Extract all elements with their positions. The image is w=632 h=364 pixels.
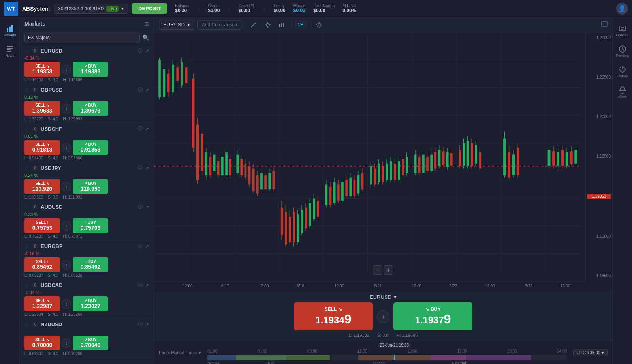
svg-rect-167	[446, 152, 449, 167]
usdjpy-buy-button[interactable]: ↗ BUY 110.950	[73, 179, 108, 194]
audusd-sell-button[interactable]: SELL ↑ 0.75753	[24, 218, 60, 233]
svg-rect-5	[7, 49, 11, 50]
settings-tool-button[interactable]	[314, 20, 325, 30]
eurgbp-spread[interactable]: ↕	[62, 260, 71, 270]
account-selector[interactable]: 30212352-1:100/USD Live ▾	[54, 4, 128, 14]
chart-eurgbp[interactable]: ↗	[145, 244, 149, 249]
chart-symbol-label: EURUSD	[163, 22, 185, 28]
x-label-1200-617: 12:00	[183, 284, 193, 288]
chart-area: EURUSD ▾ Add Comparison 1H	[154, 17, 612, 364]
y-axis: 1.21000 1.20500 1.20000 1.19500 1.19353 …	[585, 32, 612, 281]
svg-rect-159	[430, 154, 433, 171]
live-badge: Live	[106, 6, 119, 12]
chart-audusd[interactable]: ↗	[145, 205, 149, 210]
info-nzdusd[interactable]: ⓘ	[138, 321, 143, 328]
info-gbpusd[interactable]: ⓘ	[138, 86, 143, 93]
buy-label: ↘ BUY	[405, 306, 461, 312]
usdcad-buy-button[interactable]: ↗ BUY 1.23027	[73, 296, 108, 311]
favorite-usdcad[interactable]: ☆	[24, 282, 30, 289]
line-tool-button[interactable]	[248, 20, 259, 30]
chart-gbpusd[interactable]: ↗	[145, 87, 149, 93]
chart-eurusd[interactable]: ↗	[145, 48, 149, 54]
deposit-button[interactable]: DEPOSIT	[132, 3, 167, 14]
usdchf-spread[interactable]: ↕	[62, 143, 71, 152]
instrument-usdjpy: ☆ 0 USDJPY ⓘ ↗ 0.24 % SELL ↘ 110.920 ↕ ↗…	[20, 162, 154, 201]
sidebar-header: Markets ⊞	[20, 17, 154, 30]
nzdusd-buy-button[interactable]: ↗ BUY 0.70040	[73, 336, 108, 350]
gbpusd-buy-button[interactable]: ↗ BUY 1.39673	[73, 101, 108, 116]
eurusd-spread[interactable]: ↕	[62, 65, 71, 74]
trade-symbol-selector[interactable]: EURUSD ▾	[370, 294, 397, 300]
gbpusd-sell-button[interactable]: SELL ↘ 1.39633	[24, 101, 60, 116]
bar-chart-tool-button[interactable]	[276, 20, 288, 30]
usdjpy-spread[interactable]: ↕	[62, 182, 71, 191]
usdchf-buy-button[interactable]: ↗ BUY 0.91853	[73, 140, 108, 155]
chart-symbol-selector[interactable]: EURUSD ▾	[159, 20, 194, 30]
alerts-icon	[619, 86, 626, 94]
trade-spread-button[interactable]: ↕	[377, 310, 389, 323]
nzdusd-spread[interactable]: ↕	[62, 338, 71, 348]
trade-sell-button[interactable]: SELL ↘ 1.19349	[294, 302, 373, 330]
usdchf-sell-button[interactable]: SELL ↘ 0.91813	[24, 140, 60, 155]
usdcad-sell-button[interactable]: SELL ↘ 1.22987	[24, 296, 60, 311]
search-icon[interactable]: 🔍	[142, 34, 149, 41]
chart-usdchf[interactable]: ↗	[145, 126, 149, 132]
market-hours-label[interactable]: Forex Market Hours ▾	[159, 350, 201, 355]
favorite-usdchf[interactable]: ☆	[24, 126, 30, 132]
chart-usdcad[interactable]: ↗	[145, 283, 149, 288]
nav-item-opened[interactable]: Opened	[614, 21, 631, 40]
info-audusd[interactable]: ⓘ	[138, 204, 143, 210]
chart-canvas-area[interactable]: 1.21000 1.20500 1.20000 1.19500 1.19353 …	[154, 32, 612, 291]
app-logo: WT	[4, 2, 18, 16]
eurusd-sell-button[interactable]: SELL ↘ 1.19353	[24, 62, 60, 77]
gbpusd-spread[interactable]: ↕	[62, 104, 71, 113]
eurgbp-sell-button[interactable]: SELL ↑ 0.85452	[24, 257, 60, 272]
info-eurgbp[interactable]: ⓘ	[138, 243, 143, 250]
chart-nzdusd[interactable]: ↗	[145, 322, 149, 327]
gbpusd-lsh: L: 1.39220S: 4.0H: 1.39993	[24, 117, 149, 121]
favorite-usdjpy[interactable]: ☆	[24, 165, 30, 171]
info-eurusd[interactable]: ⓘ	[138, 47, 143, 54]
audusd-buy-button[interactable]: ↑ BUY 0.75793	[73, 218, 108, 233]
trade-buy-button[interactable]: ↘ BUY 1.19379	[393, 302, 472, 330]
nzdusd-sell-button[interactable]: SELL ↘ 0.70000	[24, 336, 60, 350]
resize-toggle[interactable]	[601, 21, 608, 28]
nav-item-alerts[interactable]: Alerts	[614, 83, 631, 102]
zoom-in-button[interactable]: +	[384, 265, 393, 275]
sessions-visual	[207, 355, 567, 360]
zoom-out-button[interactable]: −	[373, 265, 382, 275]
sell-price-pip: 9	[344, 312, 352, 326]
x-label-1200-624: 12:00	[560, 284, 570, 288]
chart-usdjpy[interactable]: ↗	[145, 165, 149, 171]
eurgbp-buy-button[interactable]: ↑ BUY 0.85492	[73, 257, 108, 272]
nav-item-history[interactable]: History	[614, 62, 631, 81]
audusd-spread[interactable]: ↕	[62, 221, 71, 231]
audusd-prices: SELL ↑ 0.75753 ↕ ↑ BUY 0.75793	[24, 218, 149, 233]
timeframe-1h-button[interactable]: 1H	[294, 21, 307, 29]
info-usdjpy[interactable]: ⓘ	[138, 165, 143, 171]
favorite-gbpusd[interactable]: ☆	[24, 87, 30, 93]
grid-icon[interactable]: ⊞	[144, 21, 149, 27]
svg-point-16	[318, 24, 320, 26]
svg-rect-163	[438, 150, 441, 166]
pending-label: Pending	[616, 54, 629, 58]
nav-item-news[interactable]: News	[1, 42, 19, 61]
eurusd-buy-button[interactable]: ↗ BUY 1.19383	[73, 62, 108, 77]
favorite-eurgbp[interactable]: ☆	[24, 243, 30, 250]
favorite-audusd[interactable]: ☆	[24, 204, 30, 210]
usdjpy-sell-button[interactable]: SELL ↘ 110.920	[24, 179, 60, 194]
favorite-nzdusd[interactable]: ☆	[24, 321, 30, 328]
chevron-down-icon: ▾	[121, 6, 124, 11]
nav-item-markets[interactable]: Markets	[1, 21, 19, 40]
info-usdcad[interactable]: ⓘ	[138, 282, 143, 289]
metric-balance: Balance $0.00	[175, 4, 189, 13]
crosshair-tool-button[interactable]	[262, 20, 273, 30]
nav-item-pending[interactable]: Pending	[614, 42, 631, 61]
category-filter-input[interactable]	[24, 33, 140, 42]
info-usdchf[interactable]: ⓘ	[138, 126, 143, 132]
add-comparison-button[interactable]: Add Comparison	[198, 20, 241, 30]
utc-selector[interactable]: UTC +03:00 ▾	[573, 349, 608, 356]
user-menu[interactable]: 👤	[616, 3, 628, 15]
favorite-eurusd[interactable]: ☆	[24, 48, 30, 54]
usdcad-spread[interactable]: ↕	[62, 299, 71, 309]
